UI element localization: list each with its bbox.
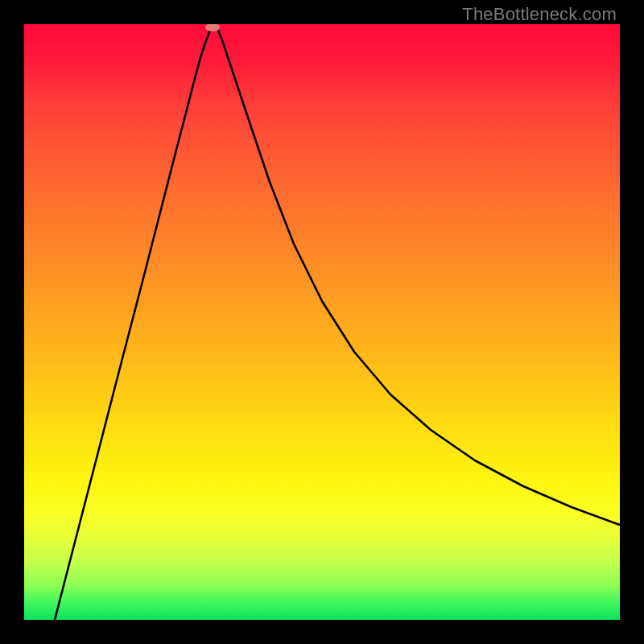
plot-frame (24, 24, 620, 620)
watermark: TheBottleneck.com (462, 4, 617, 25)
minimum-marker (205, 24, 220, 31)
bottleneck-curve (24, 24, 620, 620)
